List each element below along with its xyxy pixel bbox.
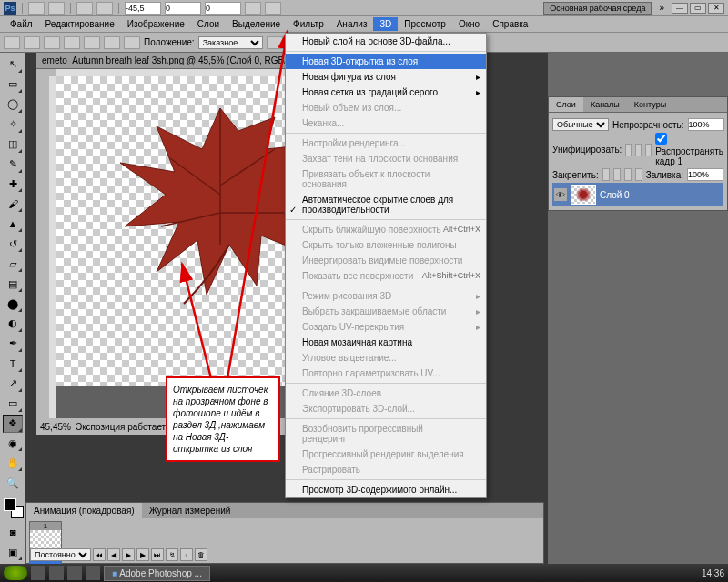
eyedropper-tool[interactable]: ✎: [3, 156, 23, 174]
delete-frame-button[interactable]: 🗑: [195, 548, 207, 561]
menu-3d[interactable]: 3D: [373, 17, 398, 31]
first-frame-button[interactable]: ⏮: [93, 548, 106, 561]
propagate-frame-checkbox[interactable]: [655, 133, 667, 145]
layer-row[interactable]: 👁 Слой 0: [552, 183, 723, 206]
maximize-button[interactable]: ▭: [690, 3, 706, 14]
taskbar-ie-icon[interactable]: [31, 566, 46, 580]
menu-item[interactable]: Просмотр 3D-содержимого онлайн...: [286, 482, 486, 497]
menu-просмотр[interactable]: Просмотр: [398, 17, 452, 31]
color-swatches[interactable]: [2, 497, 23, 522]
opacity-input[interactable]: [688, 118, 724, 131]
3d-scale-icon[interactable]: [124, 36, 140, 49]
taskbar-app-icon[interactable]: [86, 566, 100, 580]
menu-item[interactable]: Новая сетка из градаций серого▸: [286, 85, 486, 100]
bridge-icon[interactable]: [28, 2, 45, 15]
taskbar-task[interactable]: ■ Adobe Photoshop ...: [104, 566, 210, 581]
3d-tool[interactable]: ❖: [3, 415, 23, 433]
stamp-tool[interactable]: ▲: [3, 215, 23, 233]
hand-tool[interactable]: ✋: [3, 454, 23, 472]
menu-item: Прогрессивный рендеринг выделения: [286, 447, 486, 462]
prev-frame-button[interactable]: ◀: [107, 548, 120, 561]
menu-редактирование[interactable]: Редактирование: [39, 17, 121, 31]
type-tool[interactable]: T: [3, 355, 23, 373]
eraser-tool[interactable]: ▱: [3, 255, 23, 273]
loop-select[interactable]: Постоянно: [30, 548, 91, 561]
3d-roll-icon[interactable]: [64, 36, 80, 49]
position-select[interactable]: Заказное ...: [198, 36, 263, 49]
shape-tool[interactable]: ▭: [3, 395, 23, 413]
lasso-tool[interactable]: ◯: [3, 95, 23, 114]
pen-tool[interactable]: ✒: [3, 335, 23, 353]
play-button[interactable]: ▶: [122, 548, 135, 561]
gradient-tool[interactable]: ▤: [3, 275, 23, 293]
anim-tab[interactable]: Анимация (покадровая): [26, 503, 142, 518]
workspace-switcher[interactable]: Основная рабочая среда: [543, 2, 652, 15]
minimize-button[interactable]: —: [672, 3, 688, 14]
save-preset-icon[interactable]: [267, 36, 283, 49]
eye-icon[interactable]: 👁: [554, 188, 567, 201]
lock-pos-icon[interactable]: [624, 168, 632, 181]
grid-icon[interactable]: [245, 2, 261, 15]
start-button[interactable]: [4, 566, 27, 580]
taskbar-explorer-icon[interactable]: [49, 566, 64, 580]
screenmode-tool[interactable]: ▣: [3, 543, 23, 561]
tool-preset-icon[interactable]: [4, 36, 20, 49]
menu-item[interactable]: Автоматическое скрытие слоев для произво…: [286, 192, 486, 217]
menu-анализ[interactable]: Анализ: [330, 17, 374, 31]
taskbar-clock[interactable]: 14:36: [702, 568, 724, 578]
3d-rotate-icon[interactable]: [44, 36, 60, 49]
rotate-x-input[interactable]: [125, 2, 161, 15]
rotate-y-input[interactable]: [165, 2, 201, 15]
close-button[interactable]: ✕: [708, 3, 724, 14]
3d-pan-icon[interactable]: [84, 36, 100, 49]
fill-input[interactable]: [687, 168, 723, 181]
quickmask-tool[interactable]: ◙: [3, 523, 23, 541]
history-brush-tool[interactable]: ↺: [3, 235, 23, 253]
menu-изображение[interactable]: Изображение: [121, 17, 191, 31]
unify-vis-icon[interactable]: [635, 144, 642, 156]
menu-окно[interactable]: Окно: [452, 17, 486, 31]
taskbar-media-icon[interactable]: [67, 566, 82, 580]
3d-camera-tool[interactable]: ◉: [3, 435, 23, 453]
zoom-icon[interactable]: [96, 2, 113, 15]
move-tool[interactable]: ↖: [3, 55, 23, 74]
zoom-tool[interactable]: 🔍: [3, 474, 23, 492]
anim-tab[interactable]: Журнал измерений: [142, 503, 238, 518]
blend-mode-select[interactable]: Обычные: [552, 118, 609, 131]
menu-item[interactable]: Новая фигура из слоя▸: [286, 69, 486, 85]
menu-item[interactable]: Новая мозаичная картина: [286, 335, 486, 350]
rotate-z-input[interactable]: [205, 2, 241, 15]
menu-файл[interactable]: Файл: [4, 17, 39, 31]
heal-tool[interactable]: ✚: [3, 176, 23, 194]
mini-bridge-icon[interactable]: [48, 2, 65, 15]
menu-фильтр[interactable]: Фильтр: [287, 17, 330, 31]
menu-справка[interactable]: Справка: [486, 17, 534, 31]
3d-slide-icon[interactable]: [104, 36, 120, 49]
hand-icon[interactable]: [76, 2, 93, 15]
tween-button[interactable]: ↯: [166, 548, 178, 561]
menu-выделение[interactable]: Выделение: [226, 17, 287, 31]
menu-item[interactable]: Новый слой на основе 3D-файла...: [286, 34, 486, 49]
menu-слои[interactable]: Слои: [191, 17, 226, 31]
path-tool[interactable]: ↗: [3, 375, 23, 393]
brush-tool[interactable]: 🖌: [3, 195, 23, 213]
panel-tab[interactable]: Слои: [549, 97, 583, 112]
last-frame-button[interactable]: ⏭: [151, 548, 164, 561]
crop-tool[interactable]: ◫: [3, 135, 23, 154]
panel-tab[interactable]: Контуры: [627, 97, 673, 112]
lock-trans-icon[interactable]: [602, 168, 610, 181]
next-frame-button[interactable]: ▶: [136, 548, 149, 561]
3d-camera-icon[interactable]: [24, 36, 40, 49]
unify-pos-icon[interactable]: [625, 144, 632, 156]
wand-tool[interactable]: ✧: [3, 115, 23, 134]
lock-pixels-icon[interactable]: [613, 168, 621, 181]
blur-tool[interactable]: ⬤: [3, 295, 23, 313]
marquee-tool[interactable]: ▭: [3, 75, 23, 94]
lock-all-icon[interactable]: [635, 168, 642, 181]
panel-tab[interactable]: Каналы: [583, 97, 627, 112]
menu-item[interactable]: Новая 3D-открытка из слоя: [286, 54, 486, 69]
dodge-tool[interactable]: ◐: [3, 315, 23, 333]
guides-icon[interactable]: [265, 2, 281, 15]
unify-style-icon[interactable]: [645, 144, 652, 156]
new-frame-button[interactable]: ▫: [180, 548, 193, 561]
